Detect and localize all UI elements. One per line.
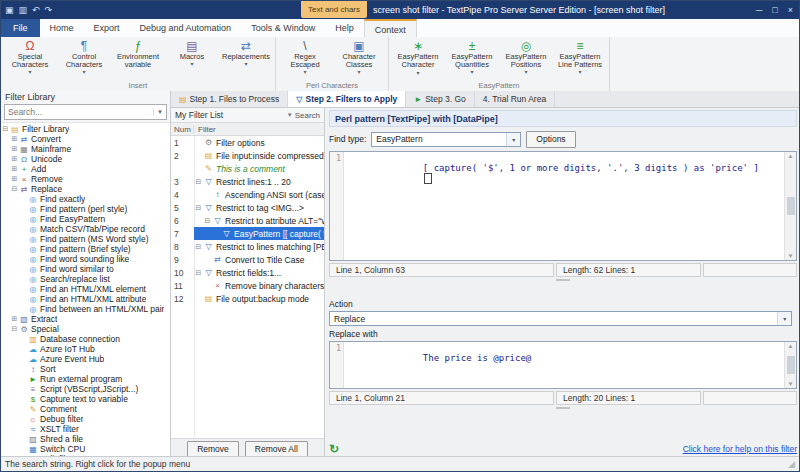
redo-icon[interactable]: ↷ (45, 5, 53, 15)
ribbon-button-easypattern-quantities[interactable]: ±EasyPattern Quantities▾ (445, 38, 499, 77)
filter-row-5[interactable]: 5⊟▽Restrict to tag <IMG...> (171, 201, 324, 214)
filter-row-2[interactable]: 2▤File input:inside compressed,includ... (171, 149, 324, 162)
scroll-down-icon[interactable]: ▼ (788, 381, 794, 387)
tree-expander-icon[interactable]: ⊟ (1, 125, 10, 133)
tree-expander-icon[interactable]: ⊞ (10, 165, 19, 173)
library-item-mainframe[interactable]: ⊞▦Mainframe (1, 144, 170, 154)
scroll-up-icon[interactable]: ▲ (788, 343, 794, 349)
filter-row-4[interactable]: 4↕Ascending ANSI sort (case ins... (171, 188, 324, 201)
library-item-xslt-filter[interactable]: ≈XSLT filter (1, 424, 170, 434)
splitter-grip[interactable] (329, 405, 797, 410)
ribbon-button-easypattern-line-patterns[interactable]: ≡EasyPattern Line Patterns▾ (553, 38, 607, 77)
library-item-comment[interactable]: ✎Comment (1, 404, 170, 414)
filter-row-7[interactable]: 7▽EasyPattern [[ capture( '$... (171, 227, 324, 240)
filter-row-3[interactable]: 3⊟▽Restrict lines:1 .. 20 (171, 175, 324, 188)
library-item-capture-text-to-variable[interactable]: $Capture text to variable (1, 394, 170, 404)
vertical-scrollbar[interactable]: ▲ ▼ (784, 342, 796, 388)
action-select[interactable]: Replace ▾ (329, 311, 792, 326)
pattern-editor[interactable]: 1 [ capture( '$', 1 or more digits, '.',… (329, 151, 797, 261)
filter-row-9[interactable]: 9⇄Convert to Title Case (171, 253, 324, 266)
tree-expander-icon[interactable]: ⊟ (10, 325, 19, 333)
step-tab-step-1-files-to-process[interactable]: ▤Step 1. Files to Process (171, 91, 288, 107)
close-button[interactable]: × (788, 5, 793, 15)
ribbon-button-control-characters[interactable]: ¶Control Characters▾ (57, 38, 111, 77)
filter-list-search-toggle[interactable]: ▼ Search (287, 111, 320, 120)
ribbon-tab-context[interactable]: Context (364, 19, 417, 38)
options-button[interactable]: Options (526, 131, 575, 148)
step-tab-4-trial-run-area[interactable]: 4. Trial Run Area (475, 91, 555, 107)
filter-row-12[interactable]: 12▤File output:backup mode (171, 292, 324, 305)
ribbon-button-easypattern-character-classes[interactable]: ∗EasyPattern Character Classes▾ (391, 38, 445, 78)
tree-expander-icon[interactable]: ⊟ (203, 217, 212, 225)
ribbon-button-macros[interactable]: ▤Macros▾ (165, 38, 219, 69)
filter-row-10[interactable]: 10⊟▽Restrict fields:1... (171, 266, 324, 279)
ribbon-tab-debug-and-automation[interactable]: Debug and Automation (130, 19, 242, 37)
resize-grip[interactable]: ◢ (788, 459, 795, 469)
tree-expander-icon[interactable]: ⊞ (10, 145, 19, 153)
maximize-button[interactable]: □ (772, 5, 777, 15)
library-item-unicode[interactable]: ⊞ΩUnicode (1, 154, 170, 164)
library-item-sort[interactable]: ↕Sort (1, 364, 170, 374)
library-item-filter-library[interactable]: ⊟▤Filter Library (1, 124, 170, 134)
tree-expander-icon[interactable]: ⊟ (10, 185, 19, 193)
ribbon-button-special-characters[interactable]: ΩSpecial Characters▾ (3, 38, 57, 77)
tree-expander-icon[interactable]: ⊟ (194, 243, 203, 251)
library-item-database-connection[interactable]: ▥Database connection (1, 334, 170, 344)
library-item-search-replace-list[interactable]: ◎Search/replace list (1, 274, 170, 284)
library-item-find-between-an-html-xml-pair[interactable]: ◎Find between an HTML/XML pair (1, 304, 170, 314)
library-item-convert[interactable]: ⊞⇄Convert (1, 134, 170, 144)
library-item-azure-iot-hub[interactable]: ☁Azure IoT Hub (1, 344, 170, 354)
library-item-debug-filter[interactable]: ☼Debug filter (1, 414, 170, 424)
tree-expander-icon[interactable]: ⊞ (10, 175, 19, 183)
replace-editor[interactable]: 1 The price is @price@ ▲ ▼ (329, 341, 797, 389)
library-item-azure-event-hub[interactable]: ☁Azure Event Hub (1, 354, 170, 364)
ribbon-button-easypattern-positions[interactable]: ◎EasyPattern Positions▾ (499, 38, 553, 77)
library-item-match-csv-tab-pipe-record[interactable]: ◎Match CSV/Tab/Pipe record (1, 224, 170, 234)
ribbon-button-environment-variable[interactable]: ƒEnvironment variable (111, 38, 165, 70)
tree-expander-icon[interactable]: ⊞ (10, 315, 19, 323)
library-item-script-vbscript-jscript[interactable]: ≡Script (VBScript,JScript...) (1, 384, 170, 394)
library-item-find-easypattern[interactable]: ◎Find EasyPattern (1, 214, 170, 224)
filter-help-link[interactable]: Click here for help on this filter (683, 444, 797, 454)
scrollbar-thumb[interactable] (787, 356, 795, 374)
undo-icon[interactable]: ↶ (32, 5, 40, 15)
library-item-extract[interactable]: ⊞▧Extract (1, 314, 170, 324)
scroll-up-icon[interactable]: ▲ (788, 153, 794, 159)
tree-expander-icon[interactable]: ⊞ (10, 135, 19, 143)
save-icon[interactable]: ▥ (19, 5, 28, 15)
tree-expander-icon[interactable]: ⊟ (194, 204, 203, 212)
filter-row-8[interactable]: 8⊟▽Restrict to lines matching [PERSO... (171, 240, 324, 253)
library-item-find-word-similar-to[interactable]: ◎Find word similar to (1, 264, 170, 274)
filter-row-comment[interactable]: ✎This is a comment (171, 162, 324, 175)
step-tab-step-2-filters-to-apply[interactable]: ▽Step 2. Filters to Apply (288, 91, 406, 107)
library-item-shred-a-file[interactable]: ▨Shred a file (1, 434, 170, 444)
scroll-down-icon[interactable]: ▼ (788, 253, 794, 259)
find-type-select[interactable]: EasyPattern ▾ (371, 132, 521, 147)
library-item-find-pattern-ms-word-style[interactable]: ◎Find pattern (MS Word style) (1, 234, 170, 244)
refresh-icon[interactable]: ↻ (329, 442, 339, 456)
library-item-find-exactly[interactable]: ◎Find exactly (1, 194, 170, 204)
minimize-button[interactable]: ─ (756, 5, 762, 15)
app-icon[interactable]: ▣ (5, 5, 14, 15)
ribbon-button-regex-escaped[interactable]: \Regex Escaped▾ (278, 38, 332, 77)
ribbon-tab-export[interactable]: Export (84, 19, 130, 37)
library-item-find-pattern-brief-style[interactable]: ◎Find pattern (Brief style) (1, 244, 170, 254)
ribbon-tab-home[interactable]: Home (40, 19, 84, 37)
ribbon-tab-tools-window[interactable]: Tools & Window (241, 19, 325, 37)
library-item-switch-cpu[interactable]: ▦Switch CPU (1, 444, 170, 454)
tree-expander-icon[interactable]: ⊞ (10, 155, 19, 163)
ribbon-tab-file[interactable]: File (1, 19, 40, 37)
library-item-find-an-html-xml-element[interactable]: ◎Find an HTML/XML element (1, 284, 170, 294)
scrollbar-thumb[interactable] (787, 197, 795, 215)
ribbon-tab-help[interactable]: Help (325, 19, 364, 37)
library-item-find-an-html-xml-attribute[interactable]: ◎Find an HTML/XML attribute (1, 294, 170, 304)
remove-all-button[interactable]: Remove All (245, 441, 308, 458)
remove-button[interactable]: Remove (187, 441, 239, 458)
library-item-remove[interactable]: ⊞×Remove (1, 174, 170, 184)
library-item-special[interactable]: ⊟⚙Special (1, 324, 170, 334)
library-item-find-pattern-perl-style[interactable]: ◎Find pattern (perl style) (1, 204, 170, 214)
ribbon-button-character-classes[interactable]: ▣Character Classes▾ (332, 38, 386, 77)
step-tab-step-3-go[interactable]: ►Step 3. Go (406, 91, 475, 107)
chevron-down-icon[interactable]: ▾ (153, 108, 166, 116)
library-item-run-external-program[interactable]: ►Run external program (1, 374, 170, 384)
